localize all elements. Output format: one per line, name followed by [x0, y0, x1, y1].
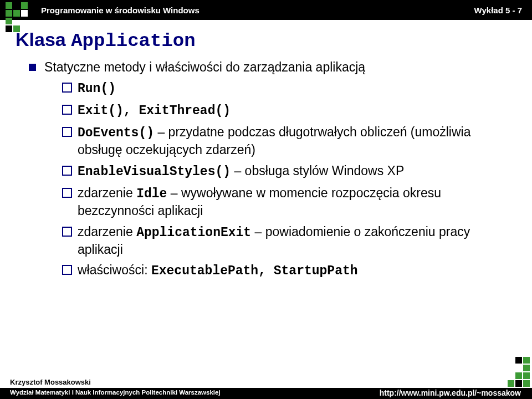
list-item: DoEvents() – przydatne podczas długotrwa…: [62, 124, 516, 158]
slide-content: Klasa Application Statyczne metody i wła…: [16, 27, 516, 285]
course-title: Programowanie w środowisku Windows: [41, 6, 200, 15]
footer-url: http://www.mini.pw.edu.pl/~mossakow: [380, 388, 521, 397]
list-item: zdarzenie ApplicationExit – powiadomieni…: [62, 224, 516, 258]
outer-list: Statyczne metody i właściwości do zarząd…: [29, 59, 516, 280]
list-item: Exit(), ExitThread(): [62, 102, 516, 120]
bullet-text: Statyczne metody i właściwości do zarząd…: [44, 60, 365, 74]
department: Wydział Matematyki i Nauk Informacyjnych…: [10, 389, 221, 396]
code-text: EnableVisualStyles(): [78, 165, 231, 179]
code-text: ExecutablePath, StartupPath: [151, 264, 358, 278]
plain-text: zdarzenie: [78, 186, 136, 200]
footer: Krzysztof Mossakowski http://www.mini.pw…: [0, 374, 532, 399]
plain-text: właściwości:: [78, 263, 151, 277]
plain-text: – obsługa stylów Windows XP: [231, 163, 404, 178]
code-text: Idle: [136, 187, 167, 201]
list-item: EnableVisualStyles() – obsługa stylów Wi…: [62, 163, 516, 181]
list-item: właściwości: ExecutablePath, StartupPath: [62, 262, 516, 280]
code-text: ApplicationExit: [136, 226, 251, 240]
code-text: Exit(), ExitThread(): [78, 104, 231, 118]
list-item: zdarzenie Idle – wywoływane w momencie r…: [62, 185, 516, 219]
author-name: Krzysztof Mossakowski: [10, 378, 91, 387]
code-text: DoEvents(): [78, 126, 154, 140]
logo-bottom: [499, 356, 530, 387]
page-title: Klasa Application: [16, 29, 516, 52]
list-item: Statyczne metody i właściwości do zarząd…: [29, 59, 516, 280]
list-item: Run(): [62, 80, 516, 98]
header-bar: Programowanie w środowisku Windows Wykła…: [0, 0, 532, 20]
code-text: Run(): [78, 81, 116, 96]
heading-mono: Application: [71, 30, 195, 52]
logo-top: [6, 2, 38, 34]
plain-text: zdarzenie: [78, 224, 136, 239]
lecture-number: Wykład 5 - 7: [474, 6, 522, 15]
inner-list: Run() Exit(), ExitThread() DoEvents() – …: [62, 80, 516, 280]
